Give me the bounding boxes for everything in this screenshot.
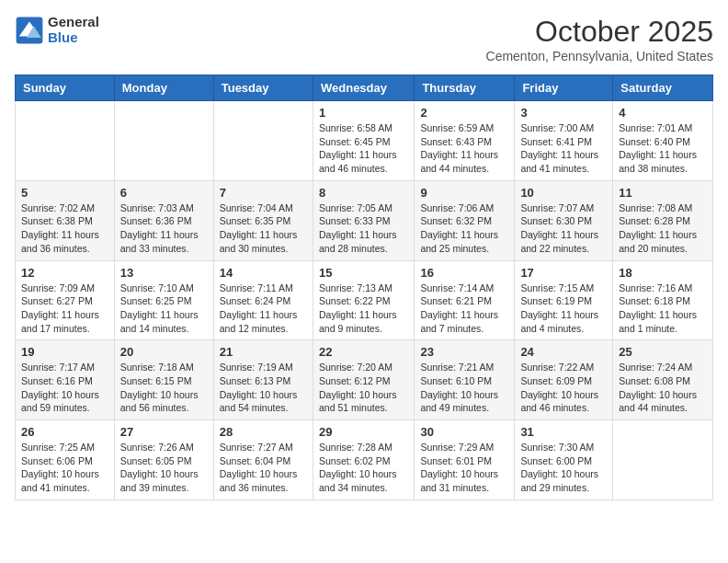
day-info: Sunrise: 7:20 AMSunset: 6:12 PMDaylight:… bbox=[319, 361, 408, 415]
day-number: 23 bbox=[420, 345, 508, 359]
col-friday: Friday bbox=[515, 75, 613, 101]
day-number: 8 bbox=[319, 186, 408, 200]
day-number: 15 bbox=[319, 266, 408, 280]
calendar-week-4: 19Sunrise: 7:17 AMSunset: 6:16 PMDayligh… bbox=[16, 340, 713, 420]
day-info: Sunrise: 7:07 AMSunset: 6:30 PMDaylight:… bbox=[520, 201, 607, 256]
day-info: Sunrise: 7:17 AMSunset: 6:16 PMDaylight:… bbox=[21, 361, 108, 415]
day-info: Sunrise: 7:13 AMSunset: 6:22 PMDaylight:… bbox=[319, 282, 408, 336]
day-number: 19 bbox=[21, 345, 108, 359]
day-number: 29 bbox=[319, 425, 408, 439]
col-saturday: Saturday bbox=[613, 75, 713, 101]
day-info: Sunrise: 7:03 AMSunset: 6:36 PMDaylight:… bbox=[120, 201, 208, 256]
day-info: Sunrise: 7:09 AMSunset: 6:27 PMDaylight:… bbox=[21, 282, 108, 336]
day-info: Sunrise: 6:58 AMSunset: 6:45 PMDaylight:… bbox=[319, 121, 408, 176]
calendar-cell bbox=[114, 101, 213, 181]
day-info: Sunrise: 7:28 AMSunset: 6:02 PMDaylight:… bbox=[319, 441, 408, 495]
logo-icon bbox=[15, 16, 44, 45]
calendar-cell: 21Sunrise: 7:19 AMSunset: 6:13 PMDayligh… bbox=[213, 340, 313, 420]
calendar-cell: 8Sunrise: 7:05 AMSunset: 6:33 PMDaylight… bbox=[313, 180, 414, 260]
calendar-cell: 7Sunrise: 7:04 AMSunset: 6:35 PMDaylight… bbox=[213, 180, 313, 260]
day-number: 13 bbox=[120, 266, 208, 280]
day-number: 24 bbox=[520, 345, 607, 359]
calendar-cell: 28Sunrise: 7:27 AMSunset: 6:04 PMDayligh… bbox=[213, 420, 313, 500]
calendar-cell: 22Sunrise: 7:20 AMSunset: 6:12 PMDayligh… bbox=[313, 340, 414, 420]
day-info: Sunrise: 7:18 AMSunset: 6:15 PMDaylight:… bbox=[120, 361, 208, 415]
logo-blue-text: Blue bbox=[48, 30, 99, 46]
day-number: 28 bbox=[220, 425, 307, 439]
day-number: 27 bbox=[120, 425, 208, 439]
calendar-cell: 9Sunrise: 7:06 AMSunset: 6:32 PMDaylight… bbox=[415, 180, 515, 260]
calendar-cell bbox=[213, 101, 313, 181]
day-info: Sunrise: 6:59 AMSunset: 6:43 PMDaylight:… bbox=[420, 121, 508, 176]
day-info: Sunrise: 7:10 AMSunset: 6:25 PMDaylight:… bbox=[120, 282, 208, 336]
day-number: 16 bbox=[420, 266, 508, 280]
calendar-table: Sunday Monday Tuesday Wednesday Thursday… bbox=[15, 75, 713, 500]
day-info: Sunrise: 7:21 AMSunset: 6:10 PMDaylight:… bbox=[420, 361, 508, 415]
calendar-cell: 10Sunrise: 7:07 AMSunset: 6:30 PMDayligh… bbox=[515, 180, 613, 260]
calendar-cell: 12Sunrise: 7:09 AMSunset: 6:27 PMDayligh… bbox=[16, 260, 115, 340]
day-info: Sunrise: 7:08 AMSunset: 6:28 PMDaylight:… bbox=[619, 201, 707, 256]
calendar-cell: 6Sunrise: 7:03 AMSunset: 6:36 PMDaylight… bbox=[114, 180, 213, 260]
calendar-cell: 30Sunrise: 7:29 AMSunset: 6:01 PMDayligh… bbox=[415, 420, 515, 500]
day-info: Sunrise: 7:14 AMSunset: 6:21 PMDaylight:… bbox=[420, 282, 508, 336]
day-number: 12 bbox=[21, 266, 108, 280]
calendar-cell: 20Sunrise: 7:18 AMSunset: 6:15 PMDayligh… bbox=[114, 340, 213, 420]
logo: General Blue bbox=[15, 15, 99, 45]
day-info: Sunrise: 7:29 AMSunset: 6:01 PMDaylight:… bbox=[420, 441, 508, 495]
calendar-cell: 29Sunrise: 7:28 AMSunset: 6:02 PMDayligh… bbox=[313, 420, 414, 500]
day-number: 22 bbox=[319, 345, 408, 359]
title-block: October 2025 Cementon, Pennsylvania, Uni… bbox=[486, 15, 713, 63]
calendar-header-row: Sunday Monday Tuesday Wednesday Thursday… bbox=[16, 75, 713, 101]
calendar-cell: 27Sunrise: 7:26 AMSunset: 6:05 PMDayligh… bbox=[114, 420, 213, 500]
calendar-cell: 24Sunrise: 7:22 AMSunset: 6:09 PMDayligh… bbox=[515, 340, 613, 420]
day-info: Sunrise: 7:22 AMSunset: 6:09 PMDaylight:… bbox=[520, 361, 607, 415]
day-info: Sunrise: 7:19 AMSunset: 6:13 PMDaylight:… bbox=[220, 361, 307, 415]
day-number: 21 bbox=[220, 345, 307, 359]
day-info: Sunrise: 7:16 AMSunset: 6:18 PMDaylight:… bbox=[619, 282, 707, 336]
day-info: Sunrise: 7:01 AMSunset: 6:40 PMDaylight:… bbox=[619, 121, 707, 176]
day-number: 4 bbox=[619, 106, 707, 120]
calendar-cell: 23Sunrise: 7:21 AMSunset: 6:10 PMDayligh… bbox=[415, 340, 515, 420]
day-info: Sunrise: 7:06 AMSunset: 6:32 PMDaylight:… bbox=[420, 201, 508, 256]
calendar-cell: 13Sunrise: 7:10 AMSunset: 6:25 PMDayligh… bbox=[114, 260, 213, 340]
day-info: Sunrise: 7:00 AMSunset: 6:41 PMDaylight:… bbox=[520, 121, 607, 176]
calendar-cell: 2Sunrise: 6:59 AMSunset: 6:43 PMDaylight… bbox=[415, 101, 515, 181]
calendar-cell: 4Sunrise: 7:01 AMSunset: 6:40 PMDaylight… bbox=[613, 101, 713, 181]
col-tuesday: Tuesday bbox=[213, 75, 313, 101]
calendar-cell: 17Sunrise: 7:15 AMSunset: 6:19 PMDayligh… bbox=[515, 260, 613, 340]
day-info: Sunrise: 7:30 AMSunset: 6:00 PMDaylight:… bbox=[520, 441, 607, 495]
day-number: 3 bbox=[520, 106, 607, 120]
calendar-cell bbox=[16, 101, 115, 181]
logo-general-text: General bbox=[48, 15, 99, 30]
calendar-cell: 15Sunrise: 7:13 AMSunset: 6:22 PMDayligh… bbox=[313, 260, 414, 340]
day-info: Sunrise: 7:11 AMSunset: 6:24 PMDaylight:… bbox=[220, 282, 307, 336]
day-number: 11 bbox=[619, 186, 707, 200]
calendar-cell: 14Sunrise: 7:11 AMSunset: 6:24 PMDayligh… bbox=[213, 260, 313, 340]
calendar-cell: 11Sunrise: 7:08 AMSunset: 6:28 PMDayligh… bbox=[613, 180, 713, 260]
day-number: 7 bbox=[220, 186, 307, 200]
day-info: Sunrise: 7:05 AMSunset: 6:33 PMDaylight:… bbox=[319, 201, 408, 256]
day-info: Sunrise: 7:02 AMSunset: 6:38 PMDaylight:… bbox=[21, 201, 108, 256]
day-number: 6 bbox=[120, 186, 208, 200]
day-number: 14 bbox=[220, 266, 307, 280]
day-number: 5 bbox=[21, 186, 108, 200]
day-number: 2 bbox=[420, 106, 508, 120]
day-number: 25 bbox=[619, 345, 707, 359]
day-number: 17 bbox=[520, 266, 607, 280]
day-number: 26 bbox=[21, 425, 108, 439]
day-number: 18 bbox=[619, 266, 707, 280]
day-number: 30 bbox=[420, 425, 508, 439]
calendar-cell: 16Sunrise: 7:14 AMSunset: 6:21 PMDayligh… bbox=[415, 260, 515, 340]
calendar-week-2: 5Sunrise: 7:02 AMSunset: 6:38 PMDaylight… bbox=[16, 180, 713, 260]
calendar-week-5: 26Sunrise: 7:25 AMSunset: 6:06 PMDayligh… bbox=[16, 420, 713, 500]
calendar-week-1: 1Sunrise: 6:58 AMSunset: 6:45 PMDaylight… bbox=[16, 101, 713, 181]
col-sunday: Sunday bbox=[16, 75, 115, 101]
calendar-cell: 1Sunrise: 6:58 AMSunset: 6:45 PMDaylight… bbox=[313, 101, 414, 181]
day-number: 31 bbox=[520, 425, 607, 439]
day-number: 1 bbox=[319, 106, 408, 120]
day-info: Sunrise: 7:24 AMSunset: 6:08 PMDaylight:… bbox=[619, 361, 707, 415]
calendar-cell: 19Sunrise: 7:17 AMSunset: 6:16 PMDayligh… bbox=[16, 340, 115, 420]
col-thursday: Thursday bbox=[415, 75, 515, 101]
calendar-cell: 26Sunrise: 7:25 AMSunset: 6:06 PMDayligh… bbox=[16, 420, 115, 500]
col-wednesday: Wednesday bbox=[313, 75, 414, 101]
